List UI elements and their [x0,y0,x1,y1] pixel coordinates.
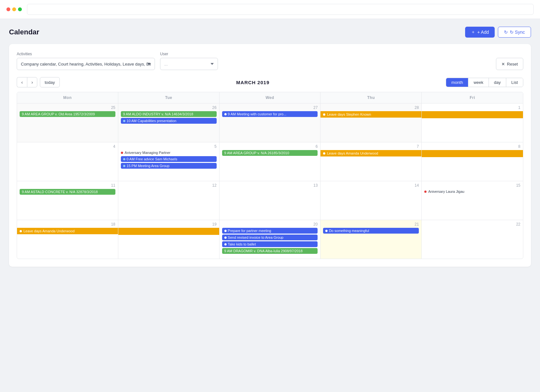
event-text: 9 AM DRAGOMIR v. DNA Alba-Iulia 2908/97/… [224,249,303,253]
calendar-row-2: 4 5 Aniversary Managing Partner 0 AM Fre… [17,142,523,181]
event-text: Do something meaningful [329,229,369,233]
event-leave-stephen[interactable]: Leave days Stephen Known [320,111,421,118]
month-title: MARCH 2019 [60,80,446,85]
event-dot [20,230,22,232]
event-free-advice[interactable]: 0 AM Free advice Sam Michaels [121,156,217,162]
event-aldo[interactable]: 9 AM ALDO INDUSTRY v. N/A 14634/3/2018 [121,111,217,117]
prev-button[interactable]: ‹ [17,77,27,87]
cal-cell-6[interactable]: 6 9 AM AREA GROUP v. N/A 26185/3/2010 [220,142,321,181]
date-num: 1 [424,105,520,110]
event-capabilities[interactable]: 10 AM Capabilities presentation [121,118,217,124]
add-label: + Add [477,30,489,35]
event-text: Aniversary Managing Partner [125,151,170,155]
view-week-button[interactable]: week [468,78,489,87]
event-do-something[interactable]: Do something meaningful [323,228,419,234]
cal-cell-11[interactable]: 11 9 AM ASTALD CONCRETE v. N/A 32878/3/2… [17,181,118,220]
event-leave-amanda[interactable]: Leave days Amanda Underwood [320,150,421,156]
user-label: User [160,52,218,56]
event-text: Leave days Amanda Underwood [23,229,75,233]
user-select[interactable]: ... [160,58,218,70]
cal-cell-28[interactable]: 28 Leave days Stephen Known [320,103,422,142]
date-num: 7 [323,144,419,149]
cal-cell-25[interactable]: 25 9 AM AREA GROUP v. Old Area 19572/3/2… [17,103,118,142]
event-area-group[interactable]: 9 AM AREA GROUP v. Old Area 19572/3/2009 [20,111,115,117]
cal-cell-8[interactable]: 8 [422,142,523,181]
activities-filter-group: Activities Company calendar, Court heari… [17,52,155,70]
event-kids-ballet[interactable]: Take kids to ballet [222,241,318,247]
event-dot [224,230,227,232]
event-leave-amanda-2[interactable]: Leave days Amanda Underwood [17,228,118,234]
calendar-grid: Mon Tue Wed Thu Fri 25 9 AM AREA GROUP v… [17,92,523,259]
day-header-fri: Fri [422,92,523,103]
today-button[interactable]: today [40,77,60,87]
date-num: 13 [222,183,318,188]
header-actions: ＋ + Add ↻ ↻ Sync [465,27,531,38]
date-num: 22 [424,222,520,227]
date-num: 15 [424,183,520,188]
event-dragomir[interactable]: 9 AM DRAGOMIR v. DNA Alba-Iulia 2908/97/… [222,248,318,254]
next-button[interactable]: › [27,77,37,87]
traffic-light-red [6,7,10,11]
day-header-wed: Wed [220,92,321,103]
event-leave-amanda-end [118,228,219,235]
cal-cell-21[interactable]: 21 Do something meaningful [320,220,422,259]
cal-cell-22[interactable]: 22 [422,220,523,259]
cal-cell-15[interactable]: 15 Aniversary Laura Jigau [422,181,523,220]
event-prepare-partner[interactable]: Prepare for partner meeting [222,228,318,234]
cal-cell-26[interactable]: 26 9 AM ALDO INDUSTRY v. N/A 14634/3/201… [118,103,220,142]
event-dot [123,120,125,122]
add-button[interactable]: ＋ + Add [465,27,495,38]
activities-select[interactable]: Company calendar, Court hearing, Activit… [17,58,155,70]
date-num: 26 [121,105,217,110]
view-month-button[interactable]: month [446,78,468,87]
cal-cell-27[interactable]: 27 9 AM Meeting with customer for pro... [220,103,321,142]
day-header-thu: Thu [320,92,422,103]
calendar-nav: ‹ › today MARCH 2019 month week day List [17,77,523,87]
event-meeting-area[interactable]: 15 PM Meeting Area Group [121,163,217,169]
event-dot [224,113,227,115]
event-area-group-2[interactable]: 9 AM AREA GROUP v. N/A 26185/3/2010 [222,150,318,156]
event-meeting-customer[interactable]: 9 AM Meeting with customer for pro... [222,111,318,117]
event-anniversary-mp[interactable]: Aniversary Managing Partner [121,150,217,155]
view-day-button[interactable]: day [489,78,506,87]
cal-cell-13[interactable]: 13 [220,181,321,220]
cal-cell-4[interactable]: 4 [17,142,118,181]
sync-button[interactable]: ↻ ↻ Sync [498,27,531,38]
event-leave-amanda-cont [422,150,523,157]
date-num: 21 [323,222,419,227]
top-bar [0,0,540,19]
event-text: 0 AM Free advice Sam Michaels [127,157,177,161]
cal-cell-14[interactable]: 14 [320,181,422,220]
cal-cell-1[interactable]: 1 [422,103,523,142]
cal-cell-19[interactable]: 19 [118,220,220,259]
calendar-card: Activities Company calendar, Court heari… [9,44,531,267]
event-text: 9 AM Meeting with customer for pro... [228,112,286,116]
event-dot [224,243,227,245]
event-text: Aniversary Laura Jigau [428,190,464,193]
user-filter-group: User ... [160,52,218,70]
event-text: Prepare for partner meeting [228,229,271,233]
cal-cell-20[interactable]: 20 Prepare for partner meeting Send revi… [220,220,321,259]
day-header-mon: Mon [17,92,118,103]
event-dot [323,113,325,116]
event-anniversary-laura[interactable]: Aniversary Laura Jigau [424,189,520,194]
cal-cell-18[interactable]: 18 Leave days Amanda Underwood [17,220,118,259]
day-header-tue: Tue [118,92,220,103]
event-send-invoice[interactable]: Send revised invoice to Area Group [222,235,318,240]
event-text: Leave days Stephen Known [327,112,371,116]
reset-button[interactable]: ✕ Reset [496,58,523,70]
traffic-light-yellow [12,7,16,11]
cal-cell-7[interactable]: 7 Leave days Amanda Underwood [320,142,422,181]
event-dot [224,236,227,239]
date-num: 18 [20,222,115,227]
top-search-input[interactable] [27,4,534,15]
event-dot [323,152,325,155]
view-list-button[interactable]: List [506,78,523,87]
cal-cell-12[interactable]: 12 [118,181,220,220]
cal-cell-5[interactable]: 5 Aniversary Managing Partner 0 AM Free … [118,142,220,181]
event-text: 9 AM ALDO INDUSTRY v. N/A 14634/3/2018 [123,112,193,116]
date-num: 19 [121,222,217,227]
nav-buttons: ‹ › [17,77,37,87]
event-astald[interactable]: 9 AM ASTALD CONCRETE v. N/A 32878/3/2018 [20,189,115,195]
event-leave-stephen-cont [422,111,523,118]
